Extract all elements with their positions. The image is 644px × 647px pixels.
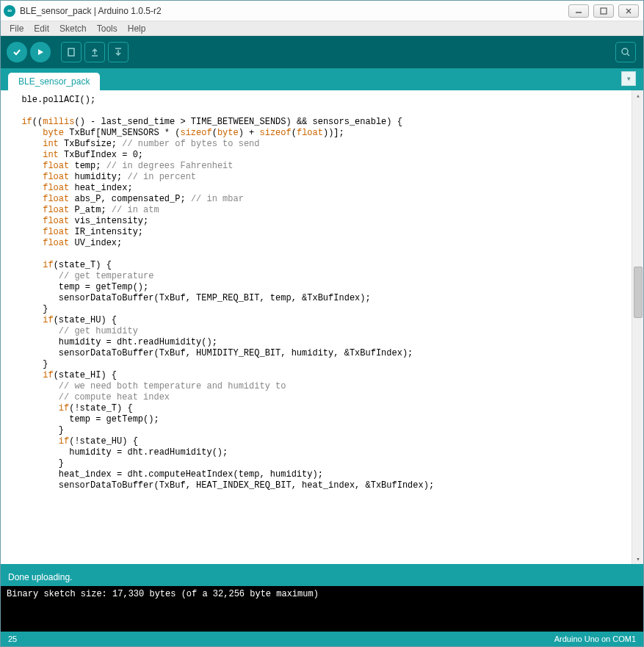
code-text [11,227,43,237]
code-text [11,238,43,248]
serial-monitor-button[interactable] [615,42,636,62]
code-line: humidity = dht.readHumidity(); [11,337,217,347]
tab-menu-button[interactable]: ▾ [621,71,636,86]
code-text [11,117,21,127]
status-bar: Done uploading. [1,568,643,586]
code-text: abs_P, compensated_P; [69,194,191,204]
window-title: BLE_sensor_pack | Arduino 1.0.5-r2 [20,6,568,16]
svg-rect-1 [601,8,607,14]
vertical-scrollbar[interactable]: ▴ ▾ [632,90,643,564]
menu-sketch[interactable]: Sketch [55,23,91,35]
code-text: temp; [69,161,106,171]
code-text [11,326,59,336]
scrollbar-thumb[interactable] [634,267,643,318]
code-text: (state_HU) { [54,315,117,325]
code-text [11,172,43,182]
code-line: temp = getTemp(); [11,282,148,292]
code-text [11,150,43,160]
code-ty: byte [43,128,64,138]
svg-marker-4 [38,49,43,55]
code-line: } [11,304,48,314]
code-text: (!state_T) { [69,403,132,413]
menu-file[interactable]: File [5,23,28,35]
code-text: ( [212,128,217,138]
code-text [11,216,43,226]
code-kw: if [43,260,53,270]
minimize-button[interactable] [568,4,589,18]
code-line: temp = getTemp(); [11,414,159,424]
new-button[interactable] [61,42,82,62]
code-text: (!state_HU) { [69,436,138,447]
code-text: (state_T) { [54,260,112,270]
code-text: TxBuf[NUM_SENSORS * ( [64,128,180,138]
open-button[interactable] [84,42,105,62]
code-comment: // in atm [112,205,159,215]
code-kw: if [21,117,32,127]
code-text: TxBufIndex = 0; [59,150,143,160]
code-text [11,315,43,325]
scroll-down-icon[interactable]: ▾ [634,555,642,563]
code-text: humidity; [69,172,127,182]
code-text: UV_index; [69,238,122,248]
code-text: (state_HI) { [54,370,117,380]
code-ty: float [43,183,69,193]
code-editor[interactable]: ble.pollACI(); if((millis() - last_send_… [1,90,632,564]
close-button[interactable] [618,4,639,18]
output-console[interactable]: Binary sketch size: 17,330 bytes (of a 3… [1,586,643,632]
code-kw: if [43,315,53,325]
code-text [11,271,59,281]
menubar: File Edit Sketch Tools Help [1,21,643,36]
code-ty: byte [217,128,239,138]
scroll-up-icon[interactable]: ▴ [634,92,642,99]
code-ty: int [43,139,59,149]
cursor-line: 25 [8,635,17,643]
code-text [11,436,59,447]
code-comment: // in degrees Fahrenheit [106,161,234,171]
code-text: IR_intensity; [69,227,143,237]
code-ty: float [43,205,69,215]
save-button[interactable] [108,42,129,62]
code-text [11,381,59,391]
menu-help[interactable]: Help [123,23,151,35]
sketch-tab[interactable]: BLE_sensor_pack [8,73,100,90]
code-text [11,139,43,149]
verify-button[interactable] [7,42,27,62]
code-line: } [11,458,64,469]
console-line: Binary sketch size: 17,330 bytes (of a 3… [7,589,319,599]
code-text [11,161,43,171]
code-text [11,260,43,270]
menu-edit[interactable]: Edit [29,23,54,35]
code-line: sensorDataToBuffer(TxBuf, TEMP_REQ_BIT, … [11,293,371,303]
code-ty: float [43,172,69,182]
svg-rect-5 [68,48,74,56]
code-line: } [11,359,48,369]
menu-tools[interactable]: Tools [93,23,122,35]
code-text: ) + [239,128,260,138]
code-line: } [11,425,64,435]
code-fn: millis [43,117,74,127]
code-kw: if [43,370,53,380]
window-controls [568,4,640,18]
code-kw: if [59,403,69,413]
code-text [11,392,59,402]
maximize-button[interactable] [593,4,614,18]
tabbar: BLE_sensor_pack ▾ [1,68,643,90]
code-kw: sizeof [260,128,292,138]
code-comment: // get humidity [59,326,138,336]
board-info: Arduino Uno on COM1 [554,635,636,643]
code-ty: float [43,216,69,226]
code-line: sensorDataToBuffer(TxBuf, HEAT_INDEX_REQ… [11,480,434,491]
code-line: sensorDataToBuffer(TxBuf, HUMIDITY_REQ_B… [11,348,413,358]
code-text: ))]; [323,128,344,138]
svg-point-8 [622,48,628,54]
app-window: ∞ BLE_sensor_pack | Arduino 1.0.5-r2 Fil… [0,0,644,647]
code-ty: int [43,150,59,160]
code-kw: sizeof [180,128,211,138]
titlebar[interactable]: ∞ BLE_sensor_pack | Arduino 1.0.5-r2 [1,1,643,21]
code-text: vis_intensity; [69,216,148,226]
code-comment: // we need both temperature and humidity… [59,381,286,391]
code-text [11,194,43,204]
upload-button[interactable] [30,42,51,62]
code-ty: float [43,227,69,237]
code-text: heat_index; [69,183,132,193]
